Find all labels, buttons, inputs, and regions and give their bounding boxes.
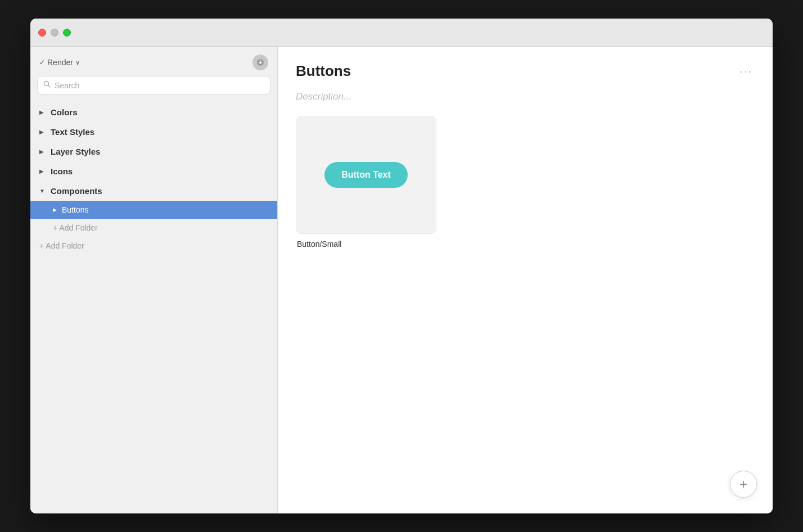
sidebar-item-label: Text Styles bbox=[51, 127, 94, 137]
sidebar-item-layer-styles[interactable]: ▶ Layer Styles bbox=[30, 142, 277, 161]
component-card: Button Text Button/Small bbox=[296, 116, 436, 249]
check-icon: ✓ bbox=[39, 58, 45, 66]
main-content: ✓ Render ∨ bbox=[30, 47, 773, 513]
titlebar bbox=[30, 19, 773, 47]
chevron-right-icon: ▶ bbox=[39, 129, 46, 135]
page-title: Buttons bbox=[296, 62, 351, 80]
add-folder-sub-label: + Add Folder bbox=[53, 223, 98, 232]
sidebar-item-colors[interactable]: ▶ Colors bbox=[30, 102, 277, 122]
fab-add-button[interactable]: + bbox=[730, 471, 757, 498]
sidebar-item-components[interactable]: ▼ Components bbox=[30, 181, 277, 201]
more-menu-button[interactable]: ··· bbox=[737, 62, 755, 80]
chevron-right-icon: ▶ bbox=[53, 207, 58, 213]
svg-point-1 bbox=[44, 82, 49, 86]
download-button[interactable] bbox=[252, 55, 268, 70]
search-icon bbox=[43, 80, 51, 90]
add-folder-root-label: + Add Folder bbox=[39, 241, 84, 250]
sidebar-item-icons[interactable]: ▶ Icons bbox=[30, 161, 277, 181]
sidebar-item-label: Colors bbox=[51, 107, 78, 117]
content-header: Buttons ··· bbox=[278, 47, 773, 89]
description-placeholder[interactable]: Description... bbox=[296, 91, 351, 102]
sidebar-item-label: Components bbox=[51, 186, 102, 196]
close-button[interactable] bbox=[38, 29, 46, 37]
minimize-button[interactable] bbox=[51, 29, 58, 37]
description-area: Description... bbox=[278, 89, 773, 116]
chevron-right-icon: ▶ bbox=[39, 168, 46, 174]
search-bar bbox=[37, 76, 270, 94]
search-input[interactable] bbox=[55, 81, 264, 90]
app-window: ✓ Render ∨ bbox=[30, 19, 773, 513]
sidebar: ✓ Render ∨ bbox=[30, 47, 278, 513]
component-preview: Button Text bbox=[296, 116, 436, 234]
traffic-lights bbox=[38, 29, 71, 37]
sidebar-item-label: Layer Styles bbox=[51, 147, 100, 156]
chevron-right-icon: ▶ bbox=[39, 109, 46, 115]
add-folder-sub-button[interactable]: + Add Folder bbox=[30, 219, 277, 237]
add-folder-root-button[interactable]: + Add Folder bbox=[30, 237, 277, 255]
sidebar-item-text-styles[interactable]: ▶ Text Styles bbox=[30, 122, 277, 142]
component-label: Button/Small bbox=[296, 240, 341, 249]
components-grid: Button Text Button/Small bbox=[278, 116, 773, 249]
sidebar-item-label: Icons bbox=[51, 166, 73, 176]
preview-button[interactable]: Button Text bbox=[324, 162, 408, 188]
content-area: Buttons ··· Description... Button Text B… bbox=[278, 47, 773, 513]
chevron-down-icon: ∨ bbox=[75, 59, 80, 66]
maximize-button[interactable] bbox=[63, 29, 71, 37]
sidebar-header: ✓ Render ∨ bbox=[30, 47, 277, 76]
render-text: Render bbox=[47, 58, 73, 67]
sidebar-subitem-buttons[interactable]: ▶ Buttons bbox=[30, 201, 277, 219]
chevron-down-icon: ▼ bbox=[39, 188, 46, 194]
sidebar-nav: ▶ Colors ▶ Text Styles ▶ Layer Styles ▶ … bbox=[30, 100, 277, 513]
chevron-right-icon: ▶ bbox=[39, 148, 46, 155]
render-label[interactable]: ✓ Render ∨ bbox=[39, 58, 80, 67]
sidebar-subitem-label: Buttons bbox=[62, 205, 88, 214]
